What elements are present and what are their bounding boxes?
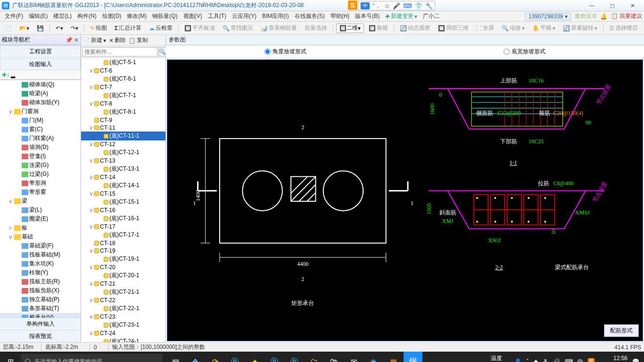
component-node[interactable]: (底)CT-17-1 <box>81 230 165 239</box>
ime-tool-icon[interactable]: 🔧 <box>425 2 433 9</box>
category-node[interactable]: ∨梁 <box>0 197 81 206</box>
component-node[interactable]: ∨CT-23 <box>81 313 165 321</box>
category-node[interactable]: 门联窗(A) <box>0 134 81 143</box>
menu-item[interactable]: 视图(V) <box>181 13 205 19</box>
sogou-logo-icon[interactable]: S <box>348 0 357 10</box>
app-icon-3[interactable]: ✦ <box>245 352 264 362</box>
app-icon-1[interactable]: ❖ <box>186 352 205 362</box>
store-icon[interactable]: 🛍 <box>324 352 343 362</box>
component-node[interactable]: (底)CT-16-1 <box>81 214 165 223</box>
user-label[interactable]: 广小二 <box>420 12 443 20</box>
redo-icon[interactable]: ↷▾ <box>68 25 81 32</box>
component-node[interactable]: ∨CT-6 <box>81 67 165 74</box>
ie2-icon[interactable]: ⓔ <box>285 352 304 362</box>
category-node[interactable]: 圈梁(E) <box>0 214 81 223</box>
category-node[interactable]: 连梁(G) <box>0 161 81 170</box>
component-node[interactable]: (底)CT-5-1 <box>81 58 165 67</box>
tray-people-icon[interactable]: 👤 <box>514 358 521 362</box>
component-node[interactable]: (底)CT-13-1 <box>81 165 165 173</box>
category-node[interactable]: 过梁(G) <box>0 170 81 179</box>
component-node[interactable]: (底)CT-24-1 <box>81 337 165 342</box>
ime-lang-icon[interactable]: 中 <box>361 2 370 9</box>
mail-icon[interactable]: ✉ <box>344 352 363 362</box>
slope-width-radio[interactable]: 底宽放坡形式 <box>504 48 545 56</box>
edge-icon[interactable]: ⓔ <box>265 352 284 362</box>
tree-add-icon[interactable]: ✚↕ <box>2 72 9 78</box>
project-settings-button[interactable]: 工程设置 <box>0 46 81 58</box>
app-icon-2[interactable]: ⟳ <box>206 352 224 362</box>
category-node[interactable]: >板 <box>0 223 81 232</box>
tray-sogou-icon[interactable]: S <box>588 358 594 362</box>
component-node[interactable]: (底)CT-8-1 <box>81 107 165 116</box>
ime-toolbar[interactable]: 中 °， ☺ 🎤 ⌨ 👕 🔧 <box>358 1 435 10</box>
menu-item[interactable]: 楼层(L) <box>50 13 74 19</box>
save-icon[interactable]: 💾 <box>34 25 47 32</box>
component-node[interactable]: (底)CT-20-1 <box>81 271 165 280</box>
rebar-form-button[interactable]: 配筋形式 <box>604 324 639 337</box>
menu-item[interactable]: 绘图(D) <box>99 13 124 19</box>
category-node[interactable]: 独立基础(P) <box>0 295 81 304</box>
component-node[interactable]: ∨CT-15 <box>81 190 165 197</box>
ime-punct-icon[interactable]: °， <box>372 1 381 10</box>
taskview-icon[interactable]: ▤ <box>166 352 185 362</box>
tray-app-icon[interactable]: ◆ <box>534 358 538 362</box>
category-node[interactable]: 墙洞(D) <box>0 143 81 152</box>
category-node[interactable]: 桩承台(V) <box>0 313 81 318</box>
tray-vol-icon[interactable]: 🔊 <box>553 358 560 362</box>
taskbar-clock[interactable]: 12:562018/10/27 <box>599 355 627 362</box>
delete-component-button[interactable]: ✕ 删除 <box>109 36 126 44</box>
component-node[interactable]: ∨CT-22 <box>81 296 165 304</box>
ime-skin-icon[interactable]: 👕 <box>415 2 422 9</box>
component-node[interactable]: ∨CT-17 <box>81 223 165 230</box>
fullscreen-button[interactable]: ⛶ 全屏 <box>473 24 497 32</box>
component-node[interactable]: (底)CT-15-1 <box>81 197 165 206</box>
slope-angle-radio[interactable]: 角度放坡形式 <box>264 48 306 56</box>
search-input[interactable] <box>82 47 157 57</box>
category-node[interactable]: ∨门窗洞 <box>0 107 81 116</box>
view-mode-combo[interactable]: 🔲 二维 ▾ <box>336 24 364 33</box>
app-icon-4[interactable]: ◉ <box>364 352 383 362</box>
new-component-button[interactable]: 📄 新建 ▾ <box>83 36 106 44</box>
draw-button[interactable]: ✎绘图 <box>87 24 110 32</box>
component-node[interactable]: ∨CT-24 <box>81 329 165 337</box>
drawing-canvas[interactable]: 4400 1400 2 2 1 1 矩形承台 上部筋 10C16 <box>167 59 643 341</box>
menu-item[interactable]: BIM应用(I) <box>259 13 292 19</box>
ggj-taskbar-icon[interactable]: 钢 <box>404 352 422 362</box>
tray-net-icon[interactable]: 🖧 <box>543 358 548 362</box>
ime-smile-icon[interactable]: ☺ <box>384 2 390 9</box>
component-node[interactable]: ∨CT-11 <box>81 124 165 132</box>
local3d-button[interactable]: 🔲 局部三维 <box>435 24 471 32</box>
component-node[interactable]: (底)CT-14-1 <box>81 181 165 190</box>
category-node[interactable]: 砌体加筋(Y) <box>0 98 81 107</box>
select-floor-button[interactable]: ☰ 选择楼层 <box>606 24 641 32</box>
zoom-button[interactable]: 🔍 缩放 ▾ <box>499 24 528 32</box>
phone-chip[interactable]: 13907298339 ▾ <box>525 13 571 20</box>
new-icon[interactable]: 📄 <box>2 25 15 32</box>
topview-button[interactable]: 🔲 俯视 <box>366 24 391 32</box>
category-node[interactable]: 条形基础(T) <box>0 304 81 313</box>
category-node[interactable]: ∨基础 <box>0 232 81 241</box>
pin-icon[interactable]: 📌 ✕ <box>66 37 79 43</box>
category-node[interactable]: 壁龛(I) <box>0 152 81 161</box>
component-node[interactable]: (底)CT-12-1 <box>81 148 165 157</box>
category-node[interactable]: 基础梁(F) <box>0 241 81 250</box>
menu-item[interactable]: 编辑(E) <box>26 13 50 19</box>
component-node[interactable]: ∨CT-21 <box>81 280 165 288</box>
component-node[interactable]: ∨CT-16 <box>81 206 165 214</box>
menu-item[interactable]: 钢筋量(Q) <box>149 13 180 19</box>
menu-item[interactable]: 版本号(B) <box>352 13 382 19</box>
tree-collapse-icon[interactable]: ▂ <box>11 72 15 78</box>
category-node[interactable]: 筏板主筋(R) <box>0 277 81 286</box>
report-preview-button[interactable]: 报表预览 <box>0 330 81 342</box>
menu-item[interactable]: 文件(F) <box>2 13 26 19</box>
suggest-button[interactable]: 📋 我要建议 <box>611 12 642 20</box>
pan-button[interactable]: ✋ 平移 ▾ <box>529 24 558 32</box>
component-node[interactable]: ∨CT-7 <box>81 83 165 91</box>
category-node[interactable]: 带形窗 <box>0 188 81 197</box>
weather-widget[interactable]: 温度读取中… <box>491 354 510 362</box>
component-node[interactable]: (底)CT-23-1 <box>81 321 165 329</box>
component-node[interactable]: (底)CT-21-1 <box>81 288 165 296</box>
find-elem-button[interactable]: 🔍 查找图元 <box>220 24 256 32</box>
menu-item[interactable]: 构件(N) <box>74 13 99 19</box>
category-node[interactable]: 门(M) <box>0 116 81 125</box>
